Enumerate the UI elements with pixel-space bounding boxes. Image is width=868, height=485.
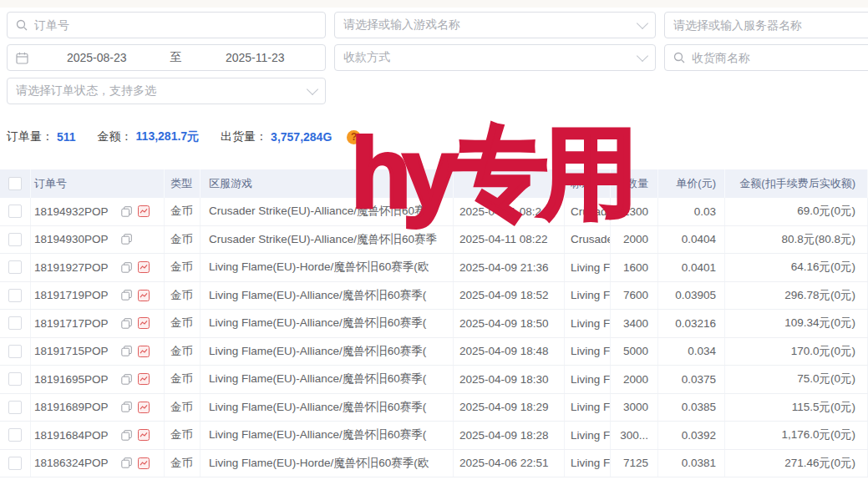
table-row: 18191695POP 金币 Living Flame(EU)-Alliance… [0, 366, 868, 394]
unit-price-cell: 0.0375 [658, 366, 725, 393]
search-icon [673, 52, 685, 63]
table-row: 18194930POP 金币 Crusader Strike(EU)-Allia… [0, 226, 868, 255]
help-icon[interactable]: ? [347, 130, 361, 144]
table-body: 18194932POP 金币 Crusader Strike(EU)-Allia… [0, 198, 868, 477]
quantity-cell: 3400 [611, 310, 658, 337]
quantity-cell: 2300 [611, 198, 658, 225]
amount-cell: 115.5元(0元) [725, 394, 868, 422]
payment-method-placeholder: 收款方式 [343, 50, 632, 65]
amount-cell: 170.0元(0元) [725, 338, 868, 366]
region-game-cell: Living Flame(EU)-Alliance/魔兽怀旧60赛季( [201, 338, 454, 366]
copy-icon[interactable] [121, 234, 132, 245]
order-management-page: { "filters": { "order_no_placeholder": "… [0, 0, 868, 485]
payment-method-select[interactable]: 收款方式 [334, 44, 656, 71]
row-checkbox[interactable] [8, 205, 22, 218]
order-status-placeholder: 请选择订单状态，支持多选 [16, 83, 302, 99]
search-icon [16, 19, 28, 31]
row-checkbox[interactable] [8, 372, 22, 386]
date-range-picker[interactable]: 至 [7, 44, 326, 71]
image-icon[interactable] [138, 373, 150, 385]
region-game-cell: Crusader Strike(EU)-Alliance/魔兽怀旧60赛季 [201, 226, 454, 254]
image-icon[interactable] [138, 402, 150, 413]
amount-cell: 64.16元(0元) [725, 254, 868, 281]
order-id: 18194930POP [34, 233, 115, 245]
amount-value: 113,281.7元 [136, 129, 200, 144]
copy-icon[interactable] [121, 290, 132, 301]
stats-bar: 订单量： 511 金额： 113,281.7元 出货量： 3,757,284G … [7, 129, 361, 144]
row-checkbox[interactable] [8, 401, 22, 414]
order-time-cell: 2025-04-09 21:36 [454, 254, 565, 281]
copy-icon[interactable] [121, 374, 132, 385]
row-checkbox[interactable] [8, 457, 22, 470]
title-cell: Living Fl [565, 254, 611, 281]
type-cell: 金币 [165, 254, 201, 281]
type-cell: 金币 [165, 226, 201, 254]
server-name-input[interactable] [673, 18, 868, 32]
table-row: 18194932POP 金币 Crusader Strike(EU)-Allia… [0, 198, 868, 226]
column-header: 标题 [565, 169, 611, 198]
image-icon[interactable] [138, 346, 150, 357]
order-time-cell: 2025-04-09 18:30 [454, 366, 565, 393]
title-cell: Living Fl [565, 310, 611, 337]
row-checkbox[interactable] [8, 260, 22, 274]
quantity-cell: 7600 [611, 282, 658, 310]
order-id: 18191695POP [34, 373, 115, 386]
region-game-cell: Living Flame(EU)-Alliance/魔兽怀旧60赛季( [201, 366, 454, 393]
amount-cell: 296.78元(0元) [725, 282, 868, 310]
order-id: 18191719POP [34, 289, 115, 301]
copy-icon[interactable] [121, 430, 132, 441]
date-end-input[interactable] [194, 51, 317, 64]
copy-icon[interactable] [121, 457, 132, 468]
order-time-cell: 2025-04-09 18:50 [454, 310, 565, 337]
order-id: 18186324POP [34, 457, 115, 469]
table-row: 18191717POP 金币 Living Flame(EU)-Alliance… [0, 310, 868, 338]
type-cell: 金币 [165, 450, 201, 477]
type-cell: 金币 [165, 394, 201, 422]
order-time-cell: 2025-04-11 08:22 [454, 226, 565, 254]
order-status-multiselect[interactable]: 请选择订单状态，支持多选 [7, 78, 326, 104]
row-checkbox[interactable] [8, 345, 22, 358]
title-cell: Crusade [565, 198, 611, 225]
row-checkbox[interactable] [8, 316, 22, 330]
copy-icon[interactable] [121, 402, 132, 412]
game-name-select[interactable]: 请选择或输入游戏名称 [334, 12, 656, 38]
table-row: 18191684POP 金币 Living Flame(EU)-Alliance… [0, 422, 868, 450]
copy-icon[interactable] [121, 206, 132, 217]
image-icon[interactable] [138, 429, 150, 441]
region-game-cell: Crusader Strike(EU)-Alliance/魔兽怀旧60赛季 [201, 198, 454, 225]
merchant-search-field[interactable] [664, 44, 868, 71]
image-icon[interactable] [138, 457, 150, 469]
merchant-name-input[interactable] [692, 51, 868, 64]
region-game-cell: Living Flame(EU)-Horde/魔兽怀旧60赛季(欧 [201, 450, 454, 477]
image-icon[interactable] [138, 317, 150, 329]
table-row: 18191927POP 金币 Living Flame(EU)-Horde/魔兽… [0, 254, 868, 282]
row-checkbox[interactable] [8, 428, 22, 442]
shipment-label: 出货量： [221, 129, 267, 144]
server-name-field[interactable] [664, 12, 868, 38]
row-checkbox[interactable] [8, 289, 22, 302]
shipment-value: 3,757,284G [271, 130, 332, 144]
image-icon[interactable] [138, 205, 150, 217]
copy-icon[interactable] [121, 262, 132, 273]
date-start-input[interactable] [35, 51, 159, 64]
order-count-value: 511 [57, 130, 76, 144]
order-no-search-field[interactable] [7, 12, 326, 38]
select-all-checkbox[interactable] [8, 177, 22, 190]
page-top-strip [0, 0, 868, 8]
amount-cell: 1,176.0元(0元) [725, 422, 868, 449]
table-row: 18186324POP 金币 Living Flame(EU)-Horde/魔兽… [0, 450, 868, 478]
quantity-cell: 3000 [611, 394, 658, 422]
title-cell: Living Fl [565, 450, 611, 477]
copy-icon[interactable] [121, 318, 132, 329]
type-cell: 金币 [165, 422, 201, 449]
row-checkbox[interactable] [8, 233, 22, 246]
region-game-cell: Living Flame(EU)-Alliance/魔兽怀旧60赛季( [201, 282, 454, 310]
copy-icon[interactable] [121, 346, 132, 356]
unit-price-cell: 0.03905 [658, 282, 725, 310]
order-id: 18191927POP [34, 261, 115, 274]
amount-cell: 271.46元(0元) [725, 450, 868, 477]
image-icon[interactable] [138, 261, 150, 273]
image-icon[interactable] [138, 290, 150, 301]
order-no-input[interactable] [34, 18, 317, 32]
amount-label: 金额： [98, 129, 133, 144]
